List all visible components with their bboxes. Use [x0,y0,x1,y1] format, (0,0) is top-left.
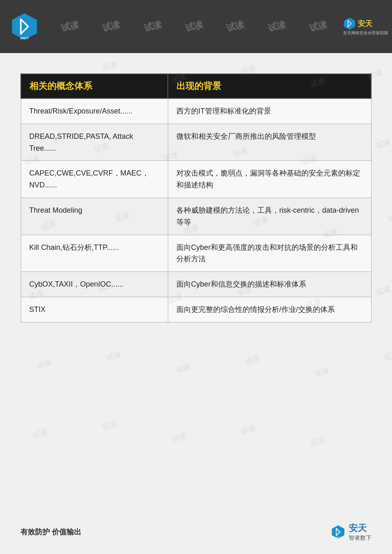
antiy-logo: ANTIY [10,12,39,41]
table-row: CybOX,TAXII，OpenIOC......面向Cyber和信息交换的描述… [21,272,371,297]
page-watermark-31: 试读 [101,418,118,433]
footer-brand-sub: 智者数下 [349,534,372,542]
page-watermark-25: 试读 [105,349,122,363]
page-watermark-28: 试读 [313,365,330,380]
svg-text:ANTIY: ANTIY [336,537,341,538]
table-row: DREAD,STRIDE,PASTA, Attack Tree......微软和… [21,124,371,161]
page-watermark-30: 试读 [31,427,49,441]
table-row: CAPEC,CWE,CVE,CVRF，MAEC，NVD......对攻击模式，脆… [21,161,371,198]
svg-text:ANTIY: ANTIY [20,36,29,40]
page-watermark-34: 试读 [309,435,326,449]
table-cell-right-6: 面向更完整的综合性的情报分析/作业/交换的体系 [168,297,371,322]
table-header-col2: 出现的背景 [168,74,371,98]
table-cell-right-4: 面向Cyber和更高强度的攻击和对抗的场景的分析工具和分析方法 [168,235,371,272]
footer: 有效防护 价值输出 ANTIY 安天 智者数下 [0,522,392,542]
table-cell-right-5: 面向Cyber和信息交换的描述和标准体系 [168,272,371,297]
header-watermark-4: 试读 [184,18,204,35]
page-watermark-24: 试读 [36,357,53,372]
table-cell-right-2: 对攻击模式，脆弱点，漏洞等各种基础的安全元素的标定和描述结构 [168,161,371,198]
table-row: STIX面向更完整的综合性的情报分析/作业/交换的体系 [21,297,371,322]
header-watermark-5: 试读 [225,18,245,35]
footer-slogan: 有效防护 价值输出 [20,527,81,537]
page-watermark-26: 试读 [174,361,192,376]
table-cell-right-0: 西方的IT管理和标准化的背景 [168,98,371,124]
table-cell-right-1: 微软和相关安全厂商所推出的风险管理模型 [168,124,371,161]
header-right-logo: 安天 安天网络安全令营第四期 [339,0,392,53]
brand-name: 安天 [358,19,372,29]
svg-marker-5 [344,18,355,30]
svg-marker-0 [12,13,37,40]
table-cell-left-6: STIX [21,297,168,322]
table-row: Threat Modeling各种威胁建模的方法论，工具，risk-centri… [21,198,371,235]
page-watermark-27: 试读 [244,353,261,367]
footer-brand-name: 安天 [349,522,372,534]
table-cell-left-1: DREAD,STRIDE,PASTA, Attack Tree...... [21,124,168,161]
table-cell-left-5: CybOX,TAXII，OpenIOC...... [21,272,168,297]
header-watermark-2: 试读 [101,18,121,35]
header-watermark-7: 试读 [308,18,328,35]
table-cell-left-4: Kill Chain,钻石分析,TTP...... [21,235,168,272]
concept-table: 相关的概念体系 出现的背景 Threat/Risk/Exposure/Asset… [20,73,372,323]
page-watermark-29: 试读 [383,349,392,363]
main-content: 相关的概念体系 出现的背景 Threat/Risk/Exposure/Asset… [0,53,392,339]
header: ANTIY 试读 试读 试读 试读 试读 试读 试读 安天 安天网络安全令营第四… [0,0,392,53]
table-cell-right-3: 各种威胁建模的方法论，工具，risk-centric，data-driven等等 [168,198,371,235]
table-cell-left-3: Threat Modeling [21,198,168,235]
table-cell-left-0: Threat/Risk/Exposure/Asset...... [21,98,168,124]
brand-block: 安天 安天网络安全令营第四期 [343,17,388,36]
svg-marker-9 [332,525,345,538]
header-watermarks: 试读 试读 试读 试读 试读 试读 试读 [49,0,339,53]
page-watermark-33: 试读 [240,423,257,437]
logo-area: ANTIY [0,0,49,53]
footer-logo: ANTIY 安天 智者数下 [331,522,372,542]
header-watermark-6: 试读 [267,18,287,35]
table-row: Kill Chain,钻石分析,TTP......面向Cyber和更高强度的攻击… [21,235,371,272]
table-row: Threat/Risk/Exposure/Asset......西方的IT管理和… [21,98,371,124]
header-watermark-3: 试读 [142,18,163,35]
table-header-col1: 相关的概念体系 [21,74,168,98]
page-watermark-32: 试读 [170,431,187,445]
header-watermark-1: 试读 [60,18,80,35]
brand-subtitle: 安天网络安全令营第四期 [343,30,388,36]
table-cell-left-2: CAPEC,CWE,CVE,CVRF，MAEC，NVD...... [21,161,168,198]
